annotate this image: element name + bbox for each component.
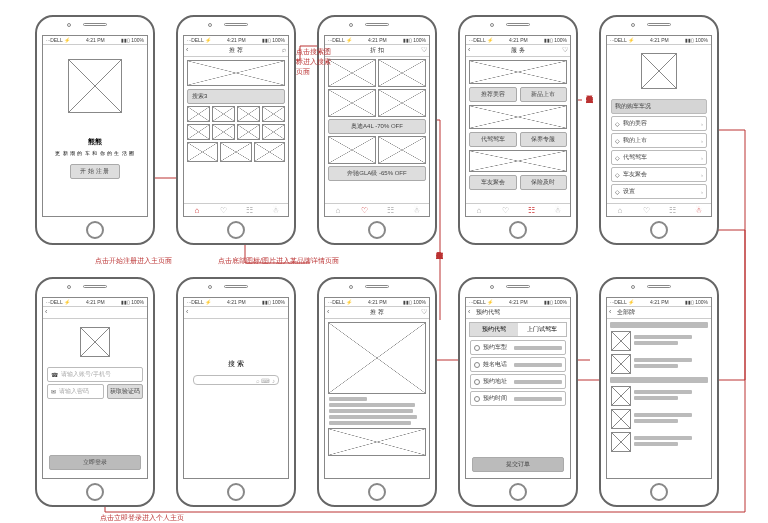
section-header — [610, 322, 708, 328]
annotation: 点击立即登录进入个人主页 — [100, 513, 184, 523]
list-item[interactable] — [611, 386, 707, 406]
title: 服 务 — [511, 46, 525, 55]
search-bar[interactable]: 搜索3 — [187, 89, 285, 104]
detail-hero[interactable] — [328, 322, 426, 394]
back-label: 全部牌 — [617, 308, 635, 317]
back-label: 预约代驾 — [476, 308, 500, 317]
wireframe-canvas: ···DELL ⚡ 4:21 PM ▮▮▯ 100% 熊熊 更 新 潮 的 车 … — [0, 0, 768, 523]
tab-discount[interactable]: ♡ — [351, 204, 377, 216]
form-row[interactable]: 预约地址 — [470, 374, 566, 389]
menu-item[interactable]: ◇代驾驾车› — [611, 150, 707, 165]
promo-label-2: 奔驰GLA级 -65% OFF — [328, 166, 426, 181]
tab-home[interactable]: ⌂ — [184, 204, 210, 216]
menu-item[interactable]: ◇我的美容› — [611, 116, 707, 131]
get-code-button[interactable]: 获取验证码 — [107, 384, 143, 399]
cat-tile[interactable] — [262, 124, 285, 140]
form-row[interactable]: 姓名电话 — [470, 357, 566, 372]
cat-tile[interactable] — [237, 124, 260, 140]
list-item[interactable] — [611, 409, 707, 429]
tab-mine[interactable]: ☃ — [685, 204, 711, 216]
tab-discount[interactable]: ♡ — [210, 204, 236, 216]
cat-tile[interactable] — [187, 124, 210, 140]
svc-btn[interactable]: 保险及时 — [520, 175, 568, 190]
mine-header: 我的购车车况 — [611, 99, 707, 114]
banner[interactable] — [469, 150, 567, 172]
tab-service[interactable]: ☷ — [518, 204, 544, 216]
tab-discount[interactable]: ♡ — [633, 204, 659, 216]
tab-service[interactable]: ☷ — [659, 204, 685, 216]
submit-button[interactable]: 提交订单 — [472, 457, 564, 472]
phone-p8: ···DELL ⚡4:21 PM▮▮▯ 100% ‹ 推 荐 ♡ — [317, 277, 437, 507]
svc-btn[interactable]: 新品上市 — [520, 87, 568, 102]
svc-btn[interactable]: 保养专服 — [520, 132, 568, 147]
username-input[interactable]: ☎请输入账号/手机号 — [47, 367, 143, 382]
form-row[interactable]: 预约时间 — [470, 391, 566, 406]
back-chevron-icon[interactable]: ‹ — [609, 308, 611, 315]
tab-service[interactable]: ☷ — [236, 204, 262, 216]
tab-home[interactable]: ⌂ — [325, 204, 351, 216]
back-chevron-icon[interactable]: ‹ — [468, 308, 470, 315]
list-item[interactable] — [611, 432, 707, 452]
back-chevron-icon[interactable]: ‹ — [327, 308, 329, 315]
menu-item[interactable]: ◇设置› — [611, 184, 707, 199]
tab-discount[interactable]: ♡ — [492, 204, 518, 216]
back-chevron-icon[interactable]: ‹ — [468, 46, 470, 53]
list-item[interactable] — [611, 354, 707, 374]
back-chevron-icon[interactable]: ‹ — [186, 308, 188, 315]
title: 折 扣 — [370, 46, 384, 55]
tab-home[interactable]: ⌂ — [607, 204, 633, 216]
tab-service[interactable]: ☷ — [377, 204, 403, 216]
start-button[interactable]: 开 始 注 册 — [70, 164, 120, 179]
discount-img[interactable] — [378, 136, 426, 164]
text-line — [329, 397, 367, 401]
tab-home[interactable]: ⌂ — [466, 204, 492, 216]
svc-btn[interactable]: 推荐美容 — [469, 87, 517, 102]
hero-banner[interactable] — [187, 60, 285, 86]
cat-tile[interactable] — [237, 106, 260, 122]
booking-tabs: 预约代驾 上门试驾车 — [469, 322, 567, 337]
promo-tile[interactable] — [254, 142, 285, 162]
discount-img[interactable] — [328, 89, 376, 117]
discount-img[interactable] — [378, 89, 426, 117]
phone-p10: ···DELL ⚡4:21 PM▮▮▯ 100% ‹全部牌 — [599, 277, 719, 507]
search-title: 搜 索 — [228, 359, 244, 369]
form-row[interactable]: 预约车型 — [470, 340, 566, 355]
svc-btn[interactable]: 代驾驾车 — [469, 132, 517, 147]
text-line — [329, 409, 413, 413]
tab-mine[interactable]: ☃ — [403, 204, 429, 216]
search-input[interactable]: ⌕ ⌨ ♪ — [193, 375, 279, 385]
status-time: 4:21 PM — [86, 37, 105, 43]
search-icon[interactable]: ⌕ — [282, 46, 286, 53]
promo-tile[interactable] — [220, 142, 251, 162]
back-chevron-icon[interactable]: ‹ — [186, 46, 188, 53]
slogan: 更 新 潮 的 车 和 你 的 生 活 圈 — [55, 150, 134, 156]
heart-icon[interactable]: ♡ — [421, 308, 427, 316]
cat-tile[interactable] — [212, 124, 235, 140]
svc-btn[interactable]: 车友聚会 — [469, 175, 517, 190]
menu-item[interactable]: ◇我的上市› — [611, 133, 707, 148]
title: 推 荐 — [370, 308, 384, 317]
heart-icon[interactable]: ♡ — [421, 46, 427, 54]
banner[interactable] — [469, 105, 567, 129]
heart-icon[interactable]: ♡ — [562, 46, 568, 54]
cat-tile[interactable] — [187, 106, 210, 122]
back-chevron-icon[interactable]: ‹ — [45, 308, 47, 315]
code-input[interactable]: ✉请输入密码 — [47, 384, 104, 399]
login-button[interactable]: 立即登录 — [49, 455, 141, 470]
tab-mine[interactable]: ☃ — [262, 204, 288, 216]
phone-p4: ···DELL ⚡4:21 PM▮▮▯ 100% ‹ 服 务 ♡ 推荐美容新品上… — [458, 15, 578, 245]
discount-img[interactable] — [328, 136, 376, 164]
status-batt: ▮▮▯ 100% — [121, 37, 144, 43]
tab-mine[interactable]: ☃ — [544, 204, 570, 216]
cat-tile[interactable] — [262, 106, 285, 122]
tab-testdrive[interactable]: 上门试驾车 — [518, 323, 566, 336]
banner[interactable] — [469, 60, 567, 84]
list-item[interactable] — [611, 331, 707, 351]
cat-tile[interactable] — [212, 106, 235, 122]
discount-img[interactable] — [378, 59, 426, 87]
promo-tile[interactable] — [187, 142, 218, 162]
menu-item[interactable]: ◇车友聚会› — [611, 167, 707, 182]
detail-secondary[interactable] — [328, 428, 426, 456]
avatar-placeholder[interactable] — [641, 53, 677, 89]
tab-reserve[interactable]: 预约代驾 — [470, 323, 518, 336]
